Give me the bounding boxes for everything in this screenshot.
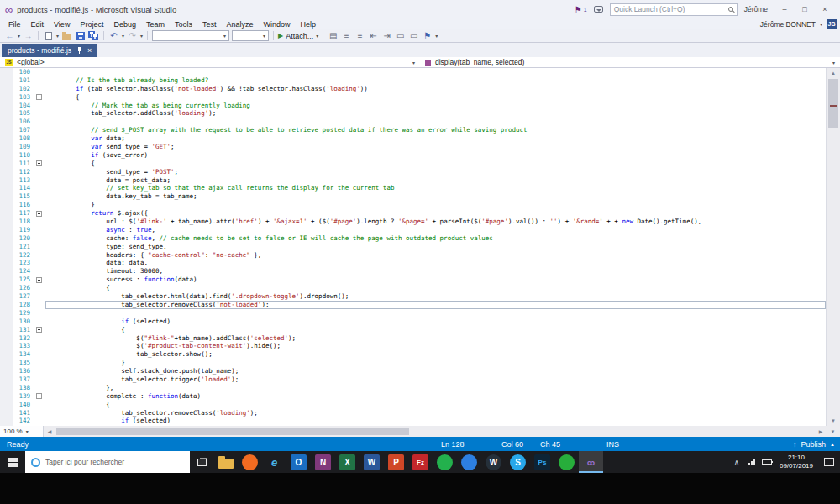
fold-collapse-icon[interactable] [36,160,42,166]
menu-item-project[interactable]: Project [75,20,108,29]
code-text[interactable]: success : function(data) [45,276,826,284]
pin-icon[interactable] [76,47,82,55]
code-text[interactable]: send_type = 'POST'; [45,168,826,176]
code-line[interactable]: 118 url : $('#link-' + tab_name).attr('h… [13,218,826,226]
chevron-down-icon[interactable]: ▾ [18,33,20,39]
fold-margin[interactable] [35,160,45,168]
scope-dropdown[interactable]: JS <global> ▾ [0,58,420,66]
fold-collapse-icon[interactable] [36,94,42,100]
code-text[interactable] [45,309,826,318]
code-text[interactable]: data = post_data; [45,176,826,185]
maximize-button[interactable]: □ [795,2,815,17]
code-text[interactable] [45,118,826,126]
chevron-down-icon[interactable]: ▾ [140,33,143,39]
navigate-forward-icon[interactable]: → [23,30,34,41]
menu-item-view[interactable]: View [49,20,75,29]
code-text[interactable]: cache: false, // cache needs to be set t… [45,234,826,243]
code-text[interactable] [45,68,826,76]
code-line[interactable]: 115 data.key_tab = tab_name; [13,192,826,201]
solution-configurations-combobox[interactable]: ▾ [152,30,229,41]
network-icon[interactable] [744,451,759,473]
code-line[interactable]: 134 tab_selector.show(); [13,350,826,359]
taskbar-app-skype[interactable]: S [506,451,530,473]
comment-icon[interactable]: ▭ [395,30,406,41]
avatar[interactable]: JB [827,19,837,29]
menu-item-debug[interactable]: Debug [108,20,141,29]
code-line[interactable]: 136 self.stack_done.push(tab_name); [13,367,826,375]
code-text[interactable]: if (selected) [45,318,826,326]
list-members-icon[interactable]: ≡ [341,30,352,41]
redo-icon[interactable]: ↷ [127,30,138,41]
feedback-icon[interactable] [594,6,603,13]
code-text[interactable]: { [45,284,826,292]
document-tab[interactable]: products - modifié.js × [2,44,97,57]
publish-button[interactable]: Publish [801,440,827,449]
taskbar-app-firefox[interactable] [238,451,262,473]
code-text[interactable]: // Is the tab already being loaded? [45,76,826,85]
code-line[interactable]: 131 { [13,326,826,334]
code-line[interactable]: 116 } [13,201,826,209]
code-line[interactable]: 100 [13,68,826,76]
code-text[interactable]: if (save_error) [45,151,826,160]
close-icon[interactable]: × [87,47,92,55]
code-line[interactable]: 135 } [13,359,826,367]
hidden-icons-chevron[interactable]: ∧ [729,459,744,466]
action-center-button[interactable] [818,451,840,473]
code-line[interactable]: 137 tab_selector.trigger('loaded'); [13,375,826,384]
code-text[interactable]: var data; [45,134,826,143]
bookmark-icon[interactable]: ⚑ [422,30,433,41]
code-text[interactable]: // Mark the tab as being currently loadi… [45,102,826,110]
code-line[interactable]: 130 if (selected) [13,318,826,326]
code-line[interactable]: 128 tab_selector.removeClass('not-loaded… [13,301,826,309]
code-text[interactable]: type: send_type, [45,243,826,251]
code-line[interactable]: 117 return $.ajax({ [13,209,826,218]
scrollbar-thumb[interactable] [828,79,838,128]
undo-icon[interactable]: ↶ [108,30,119,41]
scrollbar-thumb[interactable] [56,428,409,435]
taskbar-app-outlook[interactable]: O [286,451,311,473]
code-line[interactable]: 107 // send $_POST array with the reques… [13,126,826,134]
navigate-back-icon[interactable]: ← [4,30,15,41]
code-text[interactable]: $("#link-"+tab_name).addClass('selected'… [45,334,826,343]
code-line[interactable]: 123 data: data, [13,259,826,267]
close-button[interactable]: × [815,2,835,17]
notifications-flag-icon[interactable]: ⚑ 1 [575,5,587,14]
taskbar-clock[interactable]: 21:10 09/07/2019 [774,454,818,470]
save-icon[interactable] [75,30,86,41]
breakpoint-margin[interactable] [0,68,13,426]
code-text[interactable]: { [45,401,826,409]
zoom-select[interactable]: 100 % ▾ [0,426,44,437]
scroll-up-icon[interactable]: ▲ [827,68,840,78]
taskbar-app-visual-studio[interactable]: ∞ [579,451,603,473]
code-line[interactable]: 109 var send_type = 'GET'; [13,143,826,151]
code-line[interactable]: 111 { [13,160,826,168]
code-line[interactable]: 104 // Mark the tab as being currently l… [13,102,826,110]
code-text[interactable]: { [45,326,826,334]
taskbar-app-filezilla[interactable]: Fz [408,451,433,473]
code-text[interactable]: tab_selector.html(data).find('.dropdown-… [45,292,826,301]
scroll-down-icon[interactable]: ▼ [826,426,840,437]
taskbar-app-internet-explorer[interactable]: e [262,451,286,473]
code-line[interactable]: 124 timeout: 30000, [13,267,826,276]
code-line[interactable]: 120 cache: false, // cache needs to be s… [13,234,826,243]
taskbar-app-photoshop[interactable]: Ps [530,451,554,473]
code-text[interactable]: if (selected) [45,417,826,425]
chevron-up-icon[interactable]: ▲ [830,442,835,447]
taskbar-app-whatsapp[interactable] [554,451,579,473]
attach-button[interactable]: ▶ Attach... ▾ [278,32,318,40]
uncomment-icon[interactable]: ▭ [408,30,419,41]
increase-indent-icon[interactable]: ⇥ [381,30,392,41]
code-line[interactable]: 103 { [13,93,826,102]
code-line[interactable]: 127 tab_selector.html(data).find('.dropd… [13,292,826,301]
menu-item-edit[interactable]: Edit [26,20,50,29]
taskbar-search-input[interactable]: Taper ici pour rechercher [25,451,190,473]
fold-margin[interactable] [35,93,45,102]
code-text[interactable]: tab_selector.addClass('loading'); [45,109,826,118]
code-text[interactable]: tab_selector.trigger('loaded'); [45,375,826,384]
code-line[interactable]: 106 [13,118,826,126]
taskbar-app-green-app[interactable] [433,451,457,473]
menu-item-analyze[interactable]: Analyze [221,20,258,29]
new-file-icon[interactable] [43,30,54,41]
code-line[interactable]: 129 [13,309,826,318]
code-line[interactable]: 101 // Is the tab already being loaded? [13,76,826,85]
